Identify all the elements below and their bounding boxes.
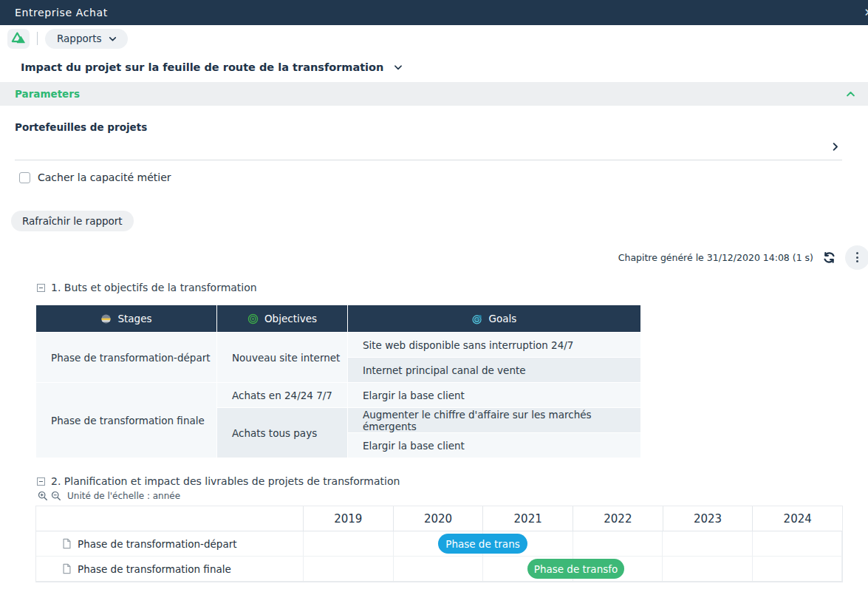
goal-cell: Augmenter le chiffre d'affaire sur les m… — [348, 408, 641, 433]
timescale-row: Unité de l'échelle : année — [38, 491, 868, 501]
section1-heading: 1. Buts et objectifs de la transformatio… — [37, 282, 868, 293]
page-title: Impact du projet sur la feuille de route… — [21, 61, 383, 73]
section2-heading: 2. Planification et impact des livrables… — [37, 475, 868, 487]
objective-cell: Nouveau site internet — [217, 333, 348, 383]
year-column: 2022 — [573, 506, 663, 531]
chevron-up-icon[interactable] — [845, 89, 856, 100]
collapse-section2-icon[interactable] — [37, 477, 45, 486]
gantt-row: Phase de transformation finale Phase de … — [36, 557, 842, 582]
window-titlebar: Entreprise Achat ✕ — [0, 0, 868, 25]
app-window: Entreprise Achat ✕ Rapports Impact du pr… — [0, 0, 868, 595]
goals-icon — [472, 313, 483, 324]
document-icon — [62, 538, 72, 549]
goals-header-label: Goals — [489, 313, 517, 324]
parameters-panel: Parameters Portefeuilles de projets Cach… — [0, 82, 868, 231]
zoom-out-icon[interactable] — [51, 491, 61, 501]
nav-row: Rapports — [0, 25, 868, 52]
gantt-row-label-text: Phase de transformation finale — [78, 563, 231, 575]
section1-title: 1. Buts et objectifs de la transformatio… — [51, 282, 257, 293]
hide-capacity-label: Cacher la capacité métier — [38, 171, 171, 183]
scale-unit-label: Unité de l'échelle : année — [67, 491, 180, 501]
gantt-row: Phase de transformation-départ Phase de … — [36, 531, 842, 557]
goals-column-header: Goals — [348, 305, 641, 333]
kebab-menu-button[interactable] — [845, 245, 868, 270]
parameters-header[interactable]: Parameters — [0, 82, 868, 106]
gantt-chart: 2019 2020 2021 2022 2023 2024 Phase de t… — [35, 506, 843, 582]
gantt-cell — [753, 531, 843, 556]
section-planning: 2. Planification et impact des livrables… — [0, 475, 868, 582]
hide-capacity-row: Cacher la capacité métier — [19, 171, 868, 183]
refresh-report-button[interactable]: Rafraîchir le rapport — [11, 211, 134, 231]
nav-divider — [37, 32, 38, 45]
gantt-cell — [304, 557, 394, 581]
gantt-cell — [573, 531, 663, 556]
gantt-cell — [394, 557, 484, 581]
regenerate-chapter-button[interactable] — [822, 251, 836, 265]
stage-cell: Phase de transformation-départ — [36, 333, 217, 383]
parameters-header-label: Parameters — [15, 88, 80, 100]
table-row: Phase de transformation finale Achats en… — [36, 383, 641, 408]
gantt-bar-phase-finale[interactable]: Phase de transfo — [527, 559, 624, 579]
home-logo-button[interactable] — [7, 29, 30, 49]
table-row: Phase de transformation-départ Nouveau s… — [36, 333, 641, 358]
chevron-right-icon — [830, 141, 841, 152]
refresh-icon — [822, 251, 836, 265]
objectives-column-header: Objectives — [217, 305, 348, 333]
gantt-row-label-text: Phase de transformation-départ — [78, 538, 237, 550]
report-title-row: Impact du projet sur la feuille de route… — [0, 52, 868, 82]
gantt-label-column-header — [36, 506, 304, 531]
tree-logo-icon — [11, 32, 26, 45]
chapter-status-row: Chapitre généré le 31/12/2020 14:08 (1 s… — [0, 245, 868, 270]
reports-menu-button[interactable]: Rapports — [45, 29, 128, 49]
kebab-dot — [856, 252, 858, 254]
objectives-icon — [247, 313, 259, 324]
section-goals: 1. Buts et objectifs de la transformatio… — [0, 282, 868, 458]
portfolio-label: Portefeuilles de projets — [15, 121, 868, 133]
kebab-dot — [856, 260, 858, 262]
goal-cell: Elargir la base client — [348, 433, 641, 458]
year-column: 2020 — [394, 506, 484, 531]
goals-table-header-row: Stages Objectives — [36, 305, 641, 333]
gantt-cell — [663, 557, 753, 581]
year-column: 2023 — [663, 506, 753, 531]
reports-menu-label: Rapports — [57, 33, 102, 44]
kebab-dot — [856, 256, 858, 259]
gantt-row-label: Phase de transformation-départ — [36, 531, 304, 556]
zoom-in-icon[interactable] — [38, 491, 48, 501]
section2-title: 2. Planification et impact des livrables… — [51, 475, 400, 487]
goal-cell: Internet principal canal de vente — [348, 358, 641, 383]
stages-column-header: Stages — [36, 305, 217, 333]
hide-capacity-checkbox[interactable] — [19, 172, 30, 183]
gantt-year-header: 2019 2020 2021 2022 2023 2024 — [36, 506, 842, 531]
stages-icon — [100, 313, 112, 324]
window-title: Entreprise Achat — [15, 7, 108, 18]
portfolio-picker-field[interactable] — [15, 133, 842, 160]
stage-cell: Phase de transformation finale — [36, 383, 217, 458]
gantt-cell — [304, 531, 394, 556]
close-icon[interactable]: ✕ — [864, 6, 868, 19]
gantt-row-label: Phase de transformation finale — [36, 557, 304, 581]
report-picker-chevron-icon[interactable] — [393, 62, 403, 72]
year-column: 2019 — [304, 506, 394, 531]
collapse-section1-icon[interactable] — [37, 284, 45, 292]
stages-header-label: Stages — [117, 313, 151, 324]
gantt-cell — [663, 531, 753, 556]
chevron-down-icon — [108, 34, 117, 44]
year-column: 2024 — [753, 506, 842, 531]
objectives-header-label: Objectives — [264, 313, 317, 324]
goal-cell: Elargir la base client — [348, 383, 641, 408]
document-icon — [62, 563, 72, 574]
goal-cell: Site web disponible sans interruption 24… — [348, 333, 641, 358]
goals-table: Stages Objectives — [35, 305, 641, 458]
gantt-bar-phase-depart[interactable]: Phase de trans — [438, 534, 527, 554]
objective-cell: Achats en 24/24 7/7 — [217, 383, 348, 408]
chapter-generated-status: Chapitre généré le 31/12/2020 14:08 (1 s… — [618, 252, 813, 263]
objective-cell: Achats tous pays — [217, 408, 348, 458]
year-column: 2021 — [483, 506, 573, 531]
gantt-cell — [753, 557, 843, 581]
